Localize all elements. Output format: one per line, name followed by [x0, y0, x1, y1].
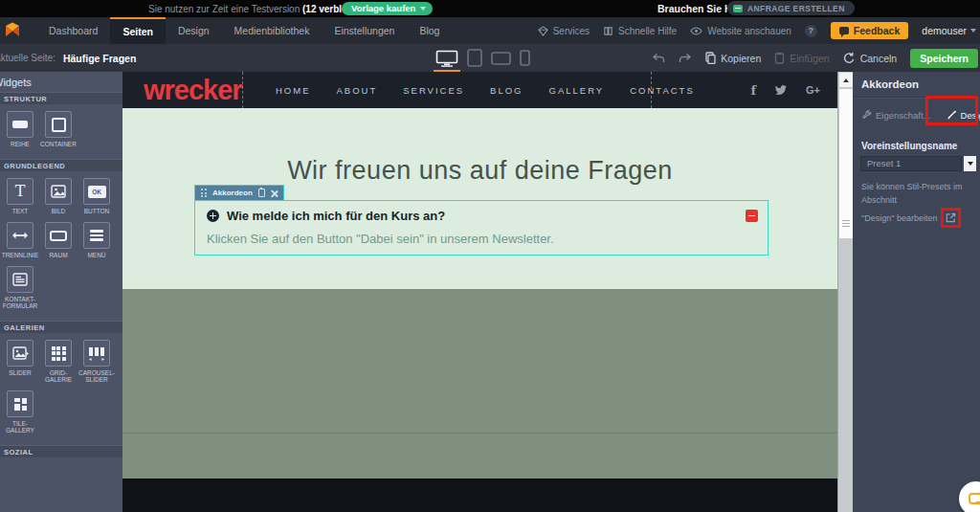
accordion-question: Wie melde ich mich für den Kurs an?: [227, 209, 445, 223]
drag-handle-icon[interactable]: [201, 189, 207, 197]
spacer-icon: [50, 231, 67, 241]
container-icon: [52, 118, 66, 132]
annotation-highlight-design: [925, 96, 978, 125]
contact-form-icon: [12, 273, 28, 286]
site-logo[interactable]: wrecker: [144, 75, 242, 106]
section-grundlegend: GRUNDLEGEND: [0, 159, 122, 171]
site-link-blog[interactable]: BLOG: [490, 85, 523, 96]
section-struktur: STRUKTUR: [0, 92, 122, 104]
section-sozial: SOZIAL: [0, 445, 122, 457]
accordion-answer[interactable]: Klicken Sie auf den Button "Dabei sein" …: [207, 232, 554, 246]
page-footer-strip: [122, 479, 837, 512]
current-page-label: Aktuelle Seite:: [0, 53, 56, 63]
widget-carousel-slider[interactable]: CAROUSEL-SLIDER: [78, 340, 116, 383]
tablet-landscape-preview-icon[interactable]: [491, 52, 511, 65]
widget-raum[interactable]: RAUM: [39, 222, 78, 258]
site-link-services[interactable]: SERVICES: [403, 85, 464, 96]
paste-button[interactable]: Einfügen: [774, 52, 829, 64]
carousel-slider-icon: [88, 346, 105, 361]
desktop-preview-icon[interactable]: [435, 50, 458, 67]
page-section-empty[interactable]: [122, 289, 837, 479]
nav-tab-dashboard[interactable]: Dashboard: [36, 17, 110, 44]
site-link-about[interactable]: ABOUT: [337, 85, 378, 96]
tablet-portrait-preview-icon[interactable]: [467, 49, 482, 67]
widget-button[interactable]: OK BUTTON: [78, 178, 116, 214]
canvas-scrollbar[interactable]: [837, 72, 853, 512]
widget-menu[interactable]: MENÜ: [78, 222, 116, 258]
quick-help-button[interactable]: Schnelle Hilfe: [603, 26, 677, 36]
twitter-icon[interactable]: [774, 85, 788, 96]
nav-tab-einstellungen[interactable]: Einstellungen: [322, 17, 407, 44]
accordion-widget-tab[interactable]: Akkordeon: [194, 185, 284, 200]
device-preview-switch: [435, 44, 530, 72]
tab-eigenschaften[interactable]: Eigenschaft...: [861, 110, 931, 121]
chat-bubble-icon: [969, 493, 980, 504]
main-nav-items: Dashboard Seiten Design Medienbibliothek…: [36, 17, 452, 44]
preset-dropdown-button[interactable]: [964, 156, 976, 171]
undo-icon: [652, 53, 665, 64]
site-link-contacts[interactable]: CONTACTS: [630, 85, 695, 96]
clipboard-icon[interactable]: [258, 189, 265, 197]
save-button[interactable]: Speichern: [910, 49, 978, 68]
page-canvas: wrecker HOME ABOUT SERVICES BLOG GALLERY…: [122, 72, 837, 512]
preset-select[interactable]: Preset 1: [860, 156, 962, 171]
scroll-up-button[interactable]: [839, 73, 853, 87]
annotation-highlight-link: [941, 208, 961, 228]
create-request-button[interactable]: ANFRAGE ERSTELLEN: [727, 1, 855, 15]
accordion-header[interactable]: Wie melde ich mich für den Kurs an?: [207, 209, 445, 223]
widget-bild[interactable]: BILD: [39, 178, 78, 214]
site-menu: HOME ABOUT SERVICES BLOG GALLERY CONTACT…: [276, 72, 695, 108]
expand-plus-icon[interactable]: [207, 210, 219, 222]
collapse-minus-icon[interactable]: [746, 210, 758, 222]
widget-reihe[interactable]: REIHE: [1, 111, 39, 147]
external-link-icon[interactable]: [945, 211, 957, 224]
view-website-button[interactable]: Website anschauen: [690, 26, 791, 36]
tools-icon: [861, 110, 872, 121]
accordion-widget-label: Akkordeon: [212, 189, 253, 197]
copy-button[interactable]: Kopieren: [705, 52, 761, 64]
phone-preview-icon[interactable]: [520, 50, 530, 66]
editor-toolbar: Aktuelle Seite: Häufige Fragen Kopieren …: [0, 44, 980, 72]
widget-kontaktformular[interactable]: KONTAKT-FORMULAR: [1, 266, 39, 309]
triangle-up-icon: [843, 78, 849, 82]
feedback-button[interactable]: Feedback: [831, 22, 908, 39]
cancel-icon: [843, 52, 856, 64]
nav-tab-medienbibliothek[interactable]: Medienbibliothek: [222, 17, 323, 44]
undo-button[interactable]: [652, 53, 665, 64]
nav-tab-design[interactable]: Design: [166, 17, 222, 44]
nav-tab-seiten[interactable]: Seiten: [110, 17, 166, 44]
site-link-home[interactable]: HOME: [276, 85, 311, 96]
scrollbar-thumb[interactable]: [839, 89, 853, 238]
redo-button[interactable]: [679, 53, 692, 64]
close-icon[interactable]: [271, 189, 278, 196]
current-page-name[interactable]: Häufige Fragen: [63, 53, 136, 64]
chat-icon: [733, 5, 743, 12]
grid-gallery-icon: [52, 346, 66, 361]
chevron-down-icon: [970, 29, 976, 33]
image-icon: [51, 185, 66, 198]
help-circle-icon[interactable]: ?: [805, 25, 817, 37]
chevron-down-icon: [420, 7, 426, 11]
widget-container[interactable]: CONTAINER: [39, 111, 78, 147]
widget-tile-gallery[interactable]: TILE-GALLERY: [1, 390, 39, 434]
google-plus-icon[interactable]: G+: [806, 84, 820, 96]
widget-grid-galerie[interactable]: GRID-GALERIE: [39, 340, 78, 383]
services-button[interactable]: Services: [538, 26, 590, 36]
eye-icon: [690, 27, 702, 35]
cancel-button[interactable]: Canceln: [843, 52, 898, 64]
widget-slider[interactable]: SLIDER: [1, 340, 39, 383]
widget-trennlinie[interactable]: TRENNLINIE: [1, 222, 39, 258]
page-heading[interactable]: Wir freuen uns auf deine Fragen: [122, 156, 837, 186]
builder-logo-icon[interactable]: [3, 21, 22, 40]
facebook-icon[interactable]: f: [750, 83, 756, 98]
user-menu[interactable]: demouser: [922, 25, 976, 36]
preset-name-label: Voreinstellungsname: [861, 141, 980, 151]
nav-tab-blog[interactable]: Blog: [407, 17, 452, 44]
preset-hint-text: Sie können Stil-Presets im Abschnitt "De…: [861, 180, 980, 228]
accordion-widget[interactable]: Wie melde ich mich für den Kurs an? Klic…: [194, 200, 768, 256]
trial-bar: Sie nutzen zur Zeit eine Testversion (12…: [0, 0, 980, 17]
buy-template-button[interactable]: Vorlage kaufen: [342, 2, 433, 15]
widget-text[interactable]: T TEXT: [1, 178, 39, 214]
page-section-faq[interactable]: Wir freuen uns auf deine Fragen Akkordeo…: [122, 108, 837, 289]
site-link-gallery[interactable]: GALLERY: [549, 85, 605, 96]
